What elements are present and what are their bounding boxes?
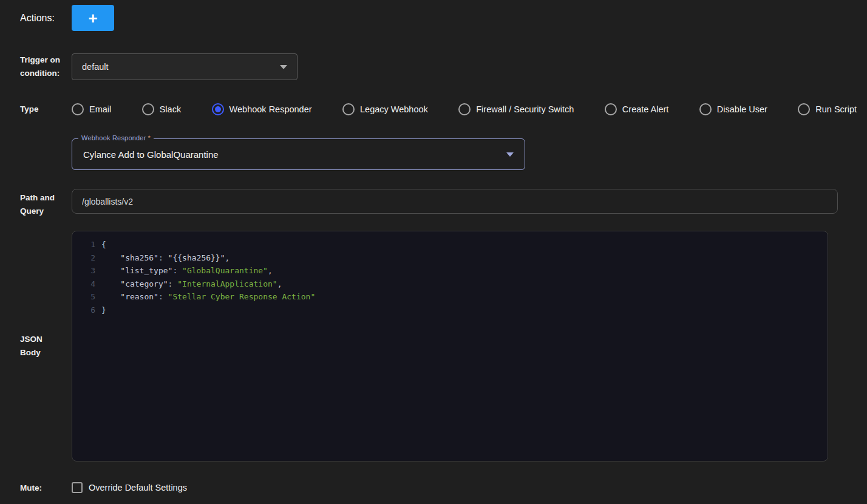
type-option-webhook-responder[interactable]: Webhook Responder — [212, 103, 312, 115]
radio-label: Email — [89, 104, 111, 114]
radio-label: Disable User — [717, 104, 767, 114]
radio-label: Webhook Responder — [229, 104, 312, 114]
path-query-label: Path and Query — [20, 189, 61, 217]
radio-icon — [458, 103, 471, 115]
trigger-condition-label: Trigger on condition: — [20, 53, 61, 80]
line-number: 3 — [72, 264, 95, 278]
type-option-create-alert[interactable]: Create Alert — [605, 103, 669, 115]
type-row: Type Email Slack Webhook Responder Legac… — [20, 103, 857, 116]
chevron-down-icon — [280, 65, 287, 69]
required-marker: * — [148, 134, 151, 141]
type-option-firewall-security-switch[interactable]: Firewall / Security Switch — [458, 103, 574, 115]
webhook-responder-row: Webhook Responder* Cylance Add to Global… — [20, 138, 857, 170]
webhook-responder-select[interactable]: Webhook Responder* Cylance Add to Global… — [72, 138, 525, 170]
code-line: 2 "sha256": "{{sha256}}", — [72, 251, 828, 265]
trigger-row: Trigger on condition: default — [20, 53, 857, 80]
webhook-responder-value: Cylance Add to GlobalQuarantine — [83, 149, 219, 160]
add-action-button[interactable]: + — [72, 5, 114, 31]
radio-icon — [798, 103, 810, 115]
override-default-settings-option[interactable]: Override Default Settings — [72, 482, 187, 493]
radio-label: Run Script — [815, 104, 857, 114]
responder-action-form: Actions: + Trigger on condition: default… — [0, 0, 867, 504]
radio-label: Create Alert — [622, 104, 669, 114]
chevron-down-icon — [506, 152, 514, 157]
json-body-row: JSON Body 1{2 "sha256": "{{sha256}}",3 "… — [20, 231, 857, 461]
radio-icon — [142, 103, 154, 115]
code-line: 5 "reason": "Stellar Cyber Response Acti… — [72, 290, 828, 304]
radio-label: Firewall / Security Switch — [476, 104, 574, 114]
radio-label: Legacy Webhook — [360, 104, 428, 114]
override-checkbox-label: Override Default Settings — [89, 483, 187, 492]
type-option-legacy-webhook[interactable]: Legacy Webhook — [342, 103, 428, 115]
actions-row: Actions: + — [20, 5, 857, 31]
line-number: 5 — [72, 290, 95, 304]
json-body-label: JSON Body — [20, 333, 61, 359]
code-line: 3 "list_type": "GlobalQuarantine", — [72, 264, 828, 278]
type-option-disable-user[interactable]: Disable User — [699, 103, 767, 115]
radio-icon — [212, 103, 224, 115]
trigger-condition-value: default — [82, 62, 109, 72]
json-editor-lines: 1{2 "sha256": "{{sha256}}",3 "list_type"… — [72, 238, 828, 316]
line-number: 4 — [72, 278, 95, 291]
type-label: Type — [20, 103, 61, 116]
type-options: Email Slack Webhook Responder Legacy Web… — [72, 103, 857, 115]
webhook-responder-field-label: Webhook Responder* — [78, 134, 154, 141]
type-option-run-script[interactable]: Run Script — [798, 103, 857, 115]
radio-icon — [605, 103, 617, 115]
override-checkbox[interactable] — [72, 482, 83, 493]
radio-icon — [699, 103, 712, 115]
radio-icon — [72, 103, 84, 115]
code-line: 1{ — [72, 238, 828, 251]
mute-row: Mute: Override Default Settings — [20, 482, 857, 493]
line-number: 6 — [72, 304, 95, 317]
path-query-row: Path and Query — [20, 189, 857, 217]
json-body-editor[interactable]: 1{2 "sha256": "{{sha256}}",3 "list_type"… — [72, 231, 828, 461]
plus-icon: + — [88, 10, 97, 26]
path-query-input[interactable] — [72, 189, 838, 214]
type-option-slack[interactable]: Slack — [142, 103, 181, 115]
code-line: 4 "category": "InternalApplication", — [72, 278, 828, 291]
radio-label: Slack — [160, 104, 181, 114]
line-number: 2 — [72, 251, 95, 265]
actions-label: Actions: — [20, 13, 61, 24]
mute-label: Mute: — [20, 483, 61, 492]
radio-icon — [342, 103, 355, 115]
line-number: 1 — [72, 238, 95, 251]
trigger-condition-select[interactable]: default — [72, 53, 298, 80]
type-option-email[interactable]: Email — [72, 103, 111, 115]
code-line: 6} — [72, 304, 828, 317]
